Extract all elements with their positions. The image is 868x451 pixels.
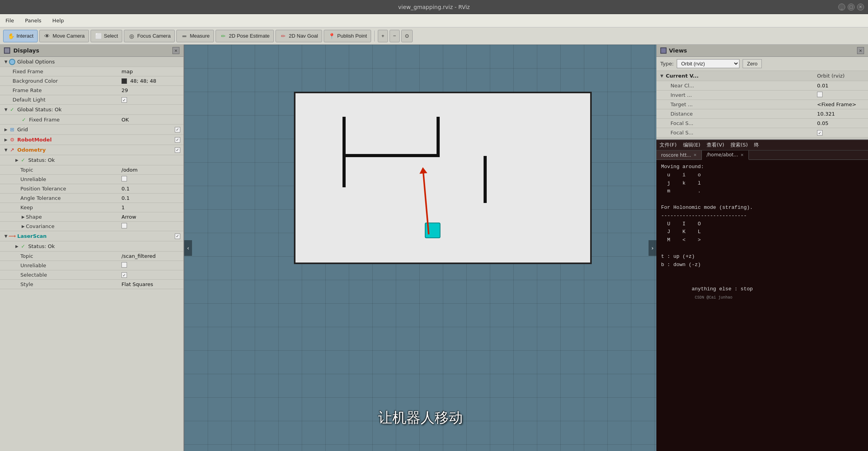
pos-tolerance-row: Position Tolerance 0.1 <box>0 184 183 194</box>
scroll-right-button[interactable]: › <box>649 240 656 256</box>
views-zero-button[interactable]: Zero <box>743 59 762 68</box>
frame-rate-label: Frame Rate <box>13 87 121 93</box>
odom-unreliable-checkbox[interactable] <box>121 176 127 181</box>
terminal-menu-view[interactable]: 查看(V) <box>707 141 724 149</box>
odometry-expand[interactable]: ▼ <box>3 147 9 153</box>
global-status-expand[interactable]: ▼ <box>3 107 9 112</box>
grid-checkbox[interactable]: ✓ <box>175 127 180 132</box>
views-title: Views <box>660 47 687 54</box>
laser-status-expand[interactable]: ▶ <box>14 244 20 249</box>
terminal-menu-search[interactable]: 搜索(S) <box>730 141 748 149</box>
grid-expand[interactable]: ▶ <box>3 127 9 132</box>
grid-icon: ⊞ <box>9 126 16 133</box>
measure-button[interactable]: ═ Measure <box>176 30 214 42</box>
menu-help[interactable]: Help <box>50 16 67 25</box>
grid-item[interactable]: ▶ ⊞ Grid ✓ <box>0 125 183 135</box>
scan-unreliable-checkbox[interactable] <box>121 262 127 268</box>
scan-topic-label: Topic <box>20 253 121 259</box>
close-button[interactable]: ✕ <box>857 4 864 11</box>
covariance-expand[interactable]: ▶ <box>20 224 26 229</box>
nav-goal-icon: ✏ <box>280 33 287 40</box>
settings-button[interactable]: ⊙ <box>401 30 413 42</box>
move-camera-icon: 👁 <box>43 33 51 40</box>
menu-panels[interactable]: Panels <box>23 16 44 25</box>
terminal-tab-roscore[interactable]: roscore htt... ✕ <box>656 150 702 159</box>
global-status-item[interactable]: ▼ ✓ Global Status: Ok <box>0 105 183 115</box>
terminal-line-5: For Holonomic mode (strafing). <box>661 204 863 212</box>
terminal-tab-roscore-close[interactable]: ✕ <box>694 153 697 157</box>
displays-close-button[interactable]: ✕ <box>172 47 179 54</box>
displays-icon <box>4 47 10 54</box>
viewport[interactable]: ‹ › 让机器人移动 <box>184 45 656 451</box>
menu-file[interactable]: File <box>3 16 16 25</box>
views-close-button[interactable]: ✕ <box>857 47 864 54</box>
terminal-line-3: j k l <box>661 179 863 188</box>
laser-scan-checkbox[interactable]: ✓ <box>175 234 180 239</box>
invert-row: Invert ... <box>656 91 868 100</box>
global-options-expand[interactable]: ▼ <box>3 59 9 65</box>
odometry-checkbox[interactable]: ✓ <box>175 147 180 153</box>
global-options-item[interactable]: ▼ Global Options <box>0 57 183 67</box>
terminal-tab-home-close[interactable]: ✕ <box>741 153 744 157</box>
terminal-panel: 文件(F) 编辑(E) 查看(V) 搜索(S) 终 roscore htt...… <box>656 140 868 451</box>
scan-topic-row: Topic /scan_filtered <box>0 252 183 261</box>
invert-checkbox[interactable] <box>817 92 823 97</box>
maximize-button[interactable]: □ <box>848 4 855 11</box>
focal-s2-row: Focal S... ✓ <box>656 128 868 138</box>
laser-scan-expand[interactable]: ▼ <box>3 234 9 239</box>
scroll-left-button[interactable]: ‹ <box>184 240 192 256</box>
laser-scan-item[interactable]: ▼ ⟿ LaserScan ✓ <box>0 231 183 241</box>
default-light-checkbox[interactable]: ✓ <box>121 97 127 103</box>
laser-scan-icon: ⟿ <box>9 233 16 240</box>
terminal-content[interactable]: Moving around: u i o j k l m . For Holon… <box>656 160 868 451</box>
scan-selectable-checkbox[interactable]: ✓ <box>121 272 127 278</box>
zoom-in-button[interactable]: + <box>378 30 388 42</box>
laser-status-item[interactable]: ▶ ✓ Status: Ok <box>0 241 183 252</box>
angle-tolerance-row: Angle Tolerance 0.1 <box>0 194 183 203</box>
odometry-item[interactable]: ▼ ↗ Odometry ✓ <box>0 145 183 155</box>
pose-estimate-button[interactable]: ✏ 2D Pose Estimate <box>216 30 274 42</box>
terminal-tab-home[interactable]: /home/abot... ✕ <box>702 150 749 160</box>
odom-unreliable-label: Unreliable <box>20 176 121 182</box>
shape-expand[interactable]: ▶ <box>20 214 26 220</box>
displays-content[interactable]: ▼ Global Options Fixed Frame map Backgro… <box>0 57 183 451</box>
scan-style-value: Flat Squares <box>121 281 180 287</box>
interact-button[interactable]: ✋ Interact <box>3 30 38 42</box>
target-value: <Fixed Frame> <box>817 101 864 107</box>
focus-camera-button[interactable]: ◎ Focus Camera <box>124 30 175 42</box>
current-view-expand[interactable]: ▼ <box>660 74 666 78</box>
pos-tolerance-label: Position Tolerance <box>20 186 121 192</box>
covariance-value <box>121 223 180 230</box>
rviz-3d-view[interactable]: ‹ › 让机器人移动 <box>184 45 656 451</box>
titlebar-controls[interactable]: _ □ ✕ <box>838 4 864 11</box>
scan-unreliable-row: Unreliable <box>0 261 183 270</box>
covariance-checkbox[interactable] <box>121 223 127 228</box>
terminal-line-7: U I O <box>661 220 863 228</box>
right-panels: Views ✕ Type: Orbit (rviz) Zero ▼ Curren… <box>656 45 868 451</box>
publish-point-button[interactable]: 📍 Publish Point <box>324 30 371 42</box>
near-cl-label: Near Cl... <box>670 83 817 89</box>
nav-goal-button[interactable]: ✏ 2D Nav Goal <box>275 30 322 42</box>
current-view-item[interactable]: ▼ Current V... Orbit (rviz) <box>656 71 868 81</box>
distance-label: Distance <box>670 111 817 117</box>
odometry-status-item[interactable]: ▶ ✓ Status: Ok <box>0 155 183 165</box>
terminal-menu-extra[interactable]: 终 <box>754 141 759 149</box>
views-type-select[interactable]: Orbit (rviz) <box>677 59 739 68</box>
move-camera-button[interactable]: 👁 Move Camera <box>39 30 89 42</box>
robot-model-icon: ⚙ <box>9 136 16 143</box>
laser-scan-label: LaserScan <box>17 233 175 239</box>
subtitle-text: 让机器人移动 <box>378 408 463 427</box>
scan-style-row: Style Flat Squares <box>0 280 183 289</box>
robot-model-checkbox[interactable]: ✓ <box>175 137 180 143</box>
displays-panel-header: Displays ✕ <box>0 45 183 57</box>
terminal-menu-file[interactable]: 文件(F) <box>660 141 677 149</box>
select-button[interactable]: ⬜ Select <box>91 30 122 42</box>
robot-model-item[interactable]: ▶ ⚙ RobotModel ✓ <box>0 135 183 145</box>
odometry-status-expand[interactable]: ▶ <box>14 158 20 163</box>
robot-model-expand[interactable]: ▶ <box>3 137 9 143</box>
focal-s2-checkbox[interactable]: ✓ <box>817 130 823 136</box>
minimize-button[interactable]: _ <box>838 4 845 11</box>
terminal-menu-edit[interactable]: 编辑(E) <box>683 141 700 149</box>
laser-status-icon: ✓ <box>20 243 27 250</box>
zoom-out-button[interactable]: − <box>390 30 400 42</box>
